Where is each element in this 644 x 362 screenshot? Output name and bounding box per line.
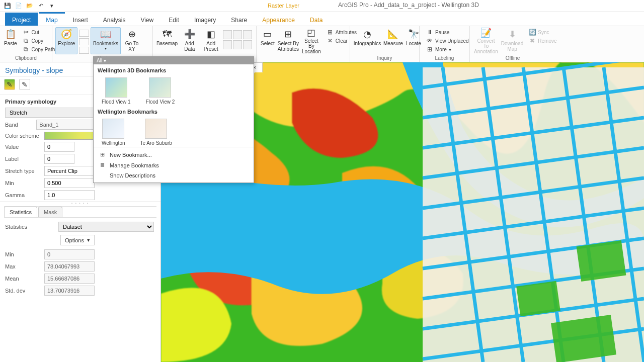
options-button[interactable]: Options ▾ bbox=[60, 235, 95, 245]
tab-edit[interactable]: Edit bbox=[162, 13, 186, 26]
min-field[interactable] bbox=[44, 178, 95, 188]
cut-button[interactable]: ✂Cut bbox=[21, 28, 57, 36]
bookmarks-section-wellington: Wellington Bookmarks bbox=[94, 106, 254, 116]
subtab-statistics[interactable]: Statistics bbox=[4, 207, 37, 217]
infographics-button[interactable]: ◔Infographics bbox=[353, 27, 381, 54]
bookmark-thumb-icon bbox=[105, 77, 127, 98]
group-labeling-label: Labeling bbox=[423, 55, 466, 61]
remove-button[interactable]: ✖Remove bbox=[527, 37, 558, 45]
symbology-primary-icon[interactable]: ✎ bbox=[4, 79, 15, 90]
subtab-mask[interactable]: Mask bbox=[38, 207, 62, 217]
stats-max-field bbox=[44, 261, 95, 272]
new-bookmark-button[interactable]: ⊞New Bookmark... bbox=[94, 149, 254, 160]
locate-icon: 🔭 bbox=[408, 28, 420, 40]
add-preset-button[interactable]: ◧Add Preset bbox=[201, 27, 221, 54]
bookmark-flood-view-2[interactable]: Flood View 2 bbox=[146, 77, 175, 105]
qa-save-icon[interactable]: 💾 bbox=[3, 2, 12, 11]
bookmark-thumb-icon bbox=[145, 119, 167, 139]
measure-icon: 📐 bbox=[387, 28, 399, 40]
bookmarks-dropdown: All ▾ Wellington 3D Bookmarks Flood View… bbox=[93, 56, 254, 183]
view-unplaced-button[interactable]: 👁View Unplaced bbox=[425, 37, 470, 45]
qa-undo-icon[interactable]: ↶ bbox=[36, 2, 45, 11]
qa-open-icon[interactable]: 📂 bbox=[25, 2, 34, 11]
convert-icon: 📝 bbox=[480, 28, 492, 38]
bookmarks-filter-bar[interactable]: All ▾ bbox=[94, 57, 254, 64]
gotoxy-button[interactable]: ⊕Go To XY bbox=[122, 27, 142, 54]
pause-icon: ⏸ bbox=[426, 29, 433, 36]
explore-button[interactable]: 🧭Explore bbox=[55, 27, 77, 54]
tab-appearance[interactable]: Appearance bbox=[255, 13, 302, 26]
basemap-icon: 🗺 bbox=[161, 28, 173, 40]
tab-map[interactable]: Map bbox=[39, 12, 64, 26]
tab-share[interactable]: Share bbox=[224, 13, 254, 26]
gamma-field[interactable] bbox=[44, 190, 95, 200]
paste-button[interactable]: 📋Paste bbox=[3, 27, 18, 54]
select-by-location-button[interactable]: ◰Select By Location bbox=[301, 27, 322, 54]
svg-rect-19 bbox=[551, 315, 616, 362]
copy-icon: ⧉ bbox=[23, 37, 30, 44]
stats-min-field bbox=[44, 249, 95, 259]
clear-icon: ✕ bbox=[327, 37, 334, 44]
basemap-button[interactable]: 🗺Basemap bbox=[156, 27, 178, 54]
label-field[interactable] bbox=[44, 154, 74, 164]
bookmark-te-aro[interactable]: Te Aro Suburb bbox=[140, 119, 172, 146]
app-title: ArcGIS Pro - Add_data_to_a_project - Wel… bbox=[338, 2, 479, 9]
copy-path-button[interactable]: ⧉Copy Path bbox=[21, 45, 57, 53]
copy-path-icon: ⧉ bbox=[23, 46, 30, 53]
cut-icon: ✂ bbox=[23, 29, 30, 36]
add-preset-icon: ◧ bbox=[205, 28, 217, 40]
more-labeling-button[interactable]: ⊞More ▾ bbox=[425, 45, 470, 53]
layer-templates[interactable] bbox=[222, 27, 253, 54]
bookmark-flood-view-1[interactable]: Flood View 1 bbox=[102, 77, 131, 105]
view-unplaced-icon: 👁 bbox=[426, 37, 433, 44]
svg-rect-17 bbox=[577, 240, 626, 282]
tab-data[interactable]: Data bbox=[303, 13, 330, 26]
more-icon: ⊞ bbox=[426, 46, 433, 53]
add-data-button[interactable]: ➕Add Data bbox=[179, 27, 200, 54]
tab-analysis[interactable]: Analysis bbox=[96, 13, 133, 26]
select-by-attributes-button[interactable]: ⊞Select By Attributes bbox=[277, 27, 300, 54]
copy-button[interactable]: ⧉Copy bbox=[21, 37, 57, 45]
tab-insert[interactable]: Insert bbox=[66, 13, 95, 26]
qa-new-icon[interactable]: 📄 bbox=[14, 2, 23, 11]
download-icon: ⬇ bbox=[506, 28, 518, 40]
add-data-icon: ➕ bbox=[184, 28, 196, 40]
select-loc-icon: ◰ bbox=[305, 28, 317, 38]
convert-annotation-button[interactable]: 📝Convert To Annotation bbox=[473, 27, 499, 54]
show-descriptions-button[interactable]: Show Descriptions bbox=[94, 170, 254, 180]
pause-labeling-button[interactable]: ⏸Pause bbox=[425, 28, 470, 36]
select-button[interactable]: ▭Select bbox=[260, 27, 276, 54]
download-map-button[interactable]: ⬇Download Map bbox=[500, 27, 524, 54]
remove-icon: ✖ bbox=[529, 37, 536, 44]
bookmark-wellington[interactable]: Wellington bbox=[102, 119, 125, 146]
bookmarks-icon: 📖 bbox=[100, 28, 112, 40]
tab-imagery[interactable]: Imagery bbox=[187, 13, 223, 26]
manage-bookmarks-icon: ≣ bbox=[99, 162, 106, 168]
attributes-icon: ⊞ bbox=[327, 29, 334, 36]
symbology-alt-icon[interactable]: ✎ bbox=[19, 79, 30, 90]
bookmark-thumb-icon bbox=[149, 77, 171, 98]
bookmark-thumb-icon bbox=[102, 119, 124, 139]
title-bar: 💾 📄 📂 ↶ ▾ Raster Layer ArcGIS Pro - Add_… bbox=[0, 0, 644, 12]
svg-rect-18 bbox=[516, 281, 560, 317]
tab-project[interactable]: Project bbox=[5, 13, 38, 26]
bookmarks-button[interactable]: 📖Bookmarks▾ bbox=[91, 27, 121, 54]
ribbon-tab-strip: Project Map Insert Analysis View Edit Im… bbox=[0, 12, 644, 26]
select-attr-icon: ⊞ bbox=[282, 28, 294, 40]
value-field[interactable] bbox=[44, 142, 74, 152]
sync-button[interactable]: 🔄Sync bbox=[527, 28, 558, 36]
statistics-source-select[interactable]: Dataset bbox=[58, 222, 154, 232]
tab-view[interactable]: View bbox=[133, 13, 160, 26]
new-bookmark-icon: ⊞ bbox=[99, 151, 106, 158]
explore-icon: 🧭 bbox=[60, 28, 72, 40]
measure-button[interactable]: 📐Measure bbox=[382, 27, 404, 54]
bookmarks-section-3d: Wellington 3D Bookmarks bbox=[94, 64, 254, 74]
infographics-icon: ◔ bbox=[361, 28, 373, 40]
gotoxy-icon: ⊕ bbox=[126, 28, 138, 40]
context-tab-label: Raster Layer bbox=[262, 2, 305, 10]
group-inquiry-label: Inquiry bbox=[353, 55, 416, 61]
qa-redo-icon[interactable]: ▾ bbox=[47, 2, 56, 11]
sync-icon: 🔄 bbox=[529, 29, 536, 36]
manage-bookmarks-button[interactable]: ≣Manage Bookmarks bbox=[94, 160, 254, 170]
paste-icon: 📋 bbox=[5, 28, 17, 40]
